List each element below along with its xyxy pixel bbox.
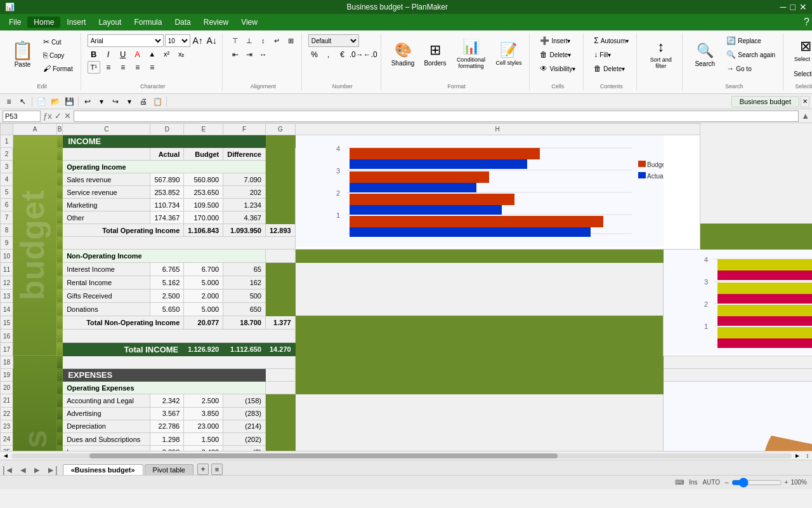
add-sheet-button[interactable]: + <box>197 464 209 475</box>
fill-button[interactable]: ↓Fill ▾ <box>590 48 615 61</box>
cut-button[interactable]: ✂Cut <box>39 36 77 48</box>
align-center-button[interactable]: ≡ <box>117 61 129 74</box>
menu-review[interactable]: Review <box>197 17 235 28</box>
zoom-plus[interactable]: + <box>785 479 789 486</box>
shading-button[interactable]: 🎨 Shading <box>388 34 419 74</box>
save-button[interactable]: 💾 <box>63 95 75 108</box>
autosum-button[interactable]: ΣAutosum ▾ <box>590 34 632 47</box>
menu-formula[interactable]: Formula <box>128 17 168 28</box>
confirm-icon[interactable]: ✓ <box>55 111 62 121</box>
delete-content-button[interactable]: 🗑Delete ▾ <box>590 62 629 75</box>
paste-button[interactable]: 📋 Paste <box>8 34 37 74</box>
scroll-area[interactable]: A B C D E F G H 1 budget <box>0 123 812 451</box>
align-right-button[interactable]: ≡ <box>131 61 144 74</box>
doc-props-button[interactable]: 📋 <box>151 95 164 108</box>
indent-less-button[interactable]: ⇤ <box>229 48 242 61</box>
copy-button[interactable]: ⎘Copy <box>39 49 77 62</box>
shrink-font-button[interactable]: A↓ <box>206 34 218 47</box>
zoom-slider[interactable] <box>731 478 782 488</box>
currency-button[interactable]: € <box>336 48 349 61</box>
tab-nav-next[interactable]: ► <box>32 465 41 475</box>
font-size-select[interactable]: 10 <box>165 34 190 47</box>
superscript-button[interactable]: x² <box>160 48 173 60</box>
menu-view[interactable]: View <box>235 17 264 28</box>
borders-button[interactable]: ⊞ Borders <box>420 34 450 74</box>
align-left-button[interactable]: ≡ <box>102 61 115 74</box>
keyboard-icon[interactable]: ⌨ <box>675 479 684 486</box>
sheet-tab-budget[interactable]: «Business budget» <box>63 464 143 475</box>
tab-nav-prev[interactable]: ◄ <box>19 465 28 475</box>
bg-color-button[interactable]: ▲ <box>146 48 159 60</box>
bold-button[interactable]: B <box>88 48 100 60</box>
sheet-list-button[interactable]: ≡ <box>211 464 223 475</box>
close-tab-button[interactable]: ✕ <box>801 96 809 107</box>
format-painter-button[interactable]: 🖌Format <box>39 62 77 75</box>
font-name-select[interactable]: Arial <box>88 34 164 47</box>
t1-button[interactable]: T¹ <box>88 61 100 74</box>
formula-input[interactable] <box>74 110 799 122</box>
menu-data[interactable]: Data <box>168 17 197 28</box>
number-format-select[interactable]: Default <box>308 34 359 47</box>
cell-reference-input[interactable] <box>3 110 41 122</box>
col-header-A[interactable]: A <box>13 124 57 135</box>
redo-button[interactable]: ↪ <box>109 95 122 108</box>
sort-filter-button[interactable]: ↕ Sort and filter <box>643 34 678 74</box>
select-mode-button[interactable]: ↖ <box>16 95 29 108</box>
minimize-button[interactable]: ─ <box>780 2 787 12</box>
conditional-formatting-button[interactable]: 📊 Conditional formatting <box>452 34 490 74</box>
select-all-button[interactable]: ⊠ Select all <box>790 34 812 66</box>
selection-button[interactable]: Selection <box>790 67 812 80</box>
subscript-button[interactable]: x₂ <box>175 48 188 60</box>
align-bot-button[interactable]: ↕ <box>257 34 270 47</box>
justify-button[interactable]: ≡ <box>146 61 159 74</box>
sheet-tab-pivot[interactable]: Pivot table <box>145 464 193 475</box>
zoom-control[interactable]: – + 100% <box>725 478 807 488</box>
replace-button[interactable]: 🔄Replace <box>723 34 779 47</box>
font-color-button[interactable]: A <box>131 48 144 60</box>
redo-more-button[interactable]: ▾ <box>123 95 136 108</box>
cancel-icon[interactable]: ✕ <box>64 111 71 121</box>
fx-icon[interactable]: ƒx <box>43 111 52 121</box>
search-again-button[interactable]: 🔍Search again <box>723 48 779 61</box>
decrease-decimal-button[interactable]: ←.0 <box>364 48 377 61</box>
underline-button[interactable]: U <box>117 48 129 60</box>
col-header-D[interactable]: D <box>150 124 184 135</box>
menu-file[interactable]: File <box>3 17 27 28</box>
wrap-button[interactable]: ↵ <box>271 34 284 47</box>
zoom-minus[interactable]: – <box>725 479 729 486</box>
open-button[interactable]: 📂 <box>49 95 62 108</box>
menu-layout[interactable]: Layout <box>92 17 128 28</box>
menu-button[interactable]: ≡ <box>3 95 15 108</box>
menu-home[interactable]: Home <box>27 17 60 28</box>
undo-button[interactable]: ↩ <box>81 95 94 108</box>
align-vmid-button[interactable]: ⊥ <box>243 34 256 47</box>
col-header-E[interactable]: E <box>184 124 223 135</box>
document-tab[interactable]: Business budget <box>731 96 799 107</box>
undo-more-button[interactable]: ▾ <box>95 95 108 108</box>
percent-button[interactable]: % <box>308 48 321 61</box>
cell-styles-button[interactable]: 📝 Cell styles <box>492 34 525 74</box>
italic-button[interactable]: I <box>102 48 115 60</box>
print-button[interactable]: 🖨 <box>137 95 150 108</box>
thousands-button[interactable]: , <box>322 48 335 61</box>
insert-cells-button[interactable]: ➕Insert ▾ <box>536 34 574 47</box>
search-button[interactable]: 🔍 Search <box>689 39 721 70</box>
close-button[interactable]: ✕ <box>799 2 807 12</box>
col-header-rest[interactable]: H <box>295 124 700 135</box>
visibility-button[interactable]: 👁Visibility ▾ <box>536 62 579 75</box>
align-top-button[interactable]: ⊤ <box>229 34 242 47</box>
menu-insert[interactable]: Insert <box>60 17 92 28</box>
col-header-F[interactable]: F <box>223 124 266 135</box>
col-header-B[interactable]: B <box>57 124 63 135</box>
tab-nav-first[interactable]: |◄ <box>3 465 14 475</box>
maximize-button[interactable]: □ <box>790 2 796 12</box>
col-header-C[interactable]: C <box>63 124 150 135</box>
rtl-button[interactable]: ↔ <box>257 48 270 61</box>
increase-decimal-button[interactable]: .0→ <box>350 48 363 61</box>
col-header-G[interactable]: G <box>265 124 295 135</box>
merge-button[interactable]: ⊞ <box>285 34 298 47</box>
delete-cells-button[interactable]: 🗑Delete ▾ <box>536 48 575 61</box>
horizontal-scrollbar[interactable]: ◄ ► ↕ <box>0 451 812 460</box>
indent-more-button[interactable]: ⇥ <box>243 48 256 61</box>
grow-font-button[interactable]: A↑ <box>192 34 204 47</box>
